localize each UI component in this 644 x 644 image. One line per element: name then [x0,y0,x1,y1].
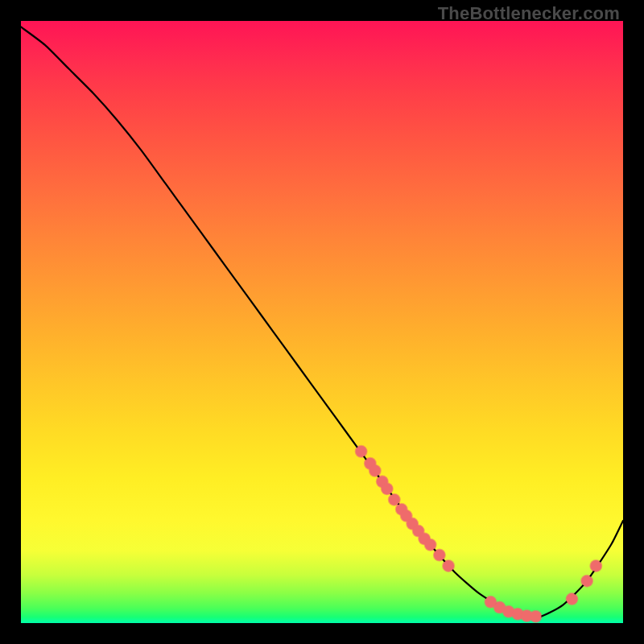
curve-markers-under [355,445,603,623]
chart-stage: TheBottlenecker.com [0,0,644,644]
curve-marker [356,446,367,457]
curve-marker [530,611,542,622]
curve-marker [434,549,445,560]
plot-area [21,21,623,623]
curve-markers-over [356,446,602,622]
curve-marker [382,483,393,494]
curve-marker [590,560,601,572]
curve-marker [566,593,577,605]
bottleneck-curve [21,27,623,617]
curve-marker [581,576,592,587]
curve-marker [369,465,381,477]
curve-marker [443,560,454,572]
curve-marker [425,539,436,551]
chart-svg [21,21,623,623]
curve-marker [389,494,400,506]
